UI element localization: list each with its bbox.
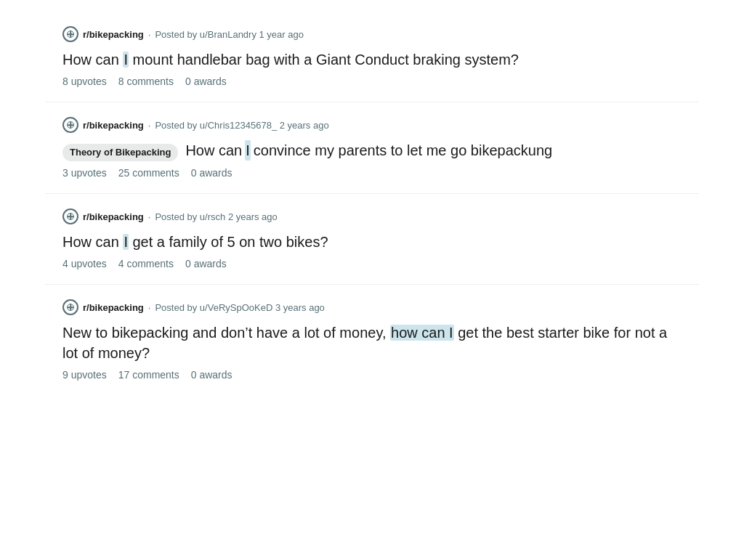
post-attribution: Posted by u/rsch 2 years ago [155, 211, 277, 222]
upvote-count: 4 upvotes [62, 258, 107, 269]
meta-separator: · [148, 120, 151, 131]
upvote-count: 3 upvotes [62, 167, 107, 179]
award-count: 0 awards [191, 369, 232, 381]
meta-separator: · [148, 302, 151, 313]
comment-count: 8 comments [118, 76, 174, 87]
meta-separator: · [148, 29, 151, 40]
subreddit-icon [62, 26, 78, 42]
post-stats: 8 upvotes8 comments0 awards [62, 76, 682, 87]
upvote-count: 8 upvotes [62, 76, 107, 87]
post-title[interactable]: How can I get a family of 5 on two bikes… [62, 232, 682, 252]
meta-separator: · [148, 211, 151, 222]
award-count: 0 awards [185, 76, 227, 87]
post-item[interactable]: r/bikepacking·Posted by u/Chris12345678_… [45, 102, 699, 194]
comment-count: 25 comments [118, 167, 179, 179]
award-count: 0 awards [191, 167, 232, 179]
post-title[interactable]: New to bikepacking and don’t have a lot … [62, 322, 682, 363]
post-list: r/bikepacking·Posted by u/BranLandry 1 y… [45, 12, 699, 395]
post-meta: r/bikepacking·Posted by u/rsch 2 years a… [62, 208, 682, 224]
post-attribution: Posted by u/VeRySpOoKeD 3 years ago [155, 302, 324, 313]
post-item[interactable]: r/bikepacking·Posted by u/VeRySpOoKeD 3 … [45, 285, 699, 395]
post-stats: 9 upvotes17 comments0 awards [62, 369, 682, 381]
comment-count: 17 comments [118, 369, 179, 381]
award-count: 0 awards [185, 258, 227, 269]
post-attribution: Posted by u/Chris12345678_ 2 years ago [155, 120, 328, 131]
subreddit-icon [62, 299, 78, 315]
comment-count: 4 comments [118, 258, 174, 269]
post-meta: r/bikepacking·Posted by u/BranLandry 1 y… [62, 26, 682, 42]
subreddit-icon [62, 117, 78, 133]
subreddit-icon [62, 208, 78, 224]
subreddit-name[interactable]: r/bikepacking [83, 211, 144, 222]
subreddit-name[interactable]: r/bikepacking [83, 29, 144, 40]
post-item[interactable]: r/bikepacking·Posted by u/rsch 2 years a… [45, 194, 699, 285]
post-item[interactable]: r/bikepacking·Posted by u/BranLandry 1 y… [45, 12, 699, 102]
highlighted-text: I [245, 140, 251, 161]
post-meta: r/bikepacking·Posted by u/Chris12345678_… [62, 117, 682, 133]
post-flair: Theory of Bikepacking [62, 144, 178, 161]
subreddit-name[interactable]: r/bikepacking [83, 120, 144, 131]
highlighted-text: I [123, 52, 129, 68]
post-attribution: Posted by u/BranLandry 1 year ago [155, 29, 304, 40]
subreddit-name[interactable]: r/bikepacking [83, 302, 144, 313]
post-stats: 3 upvotes25 comments0 awards [62, 167, 682, 179]
post-stats: 4 upvotes4 comments0 awards [62, 258, 682, 269]
highlighted-text: I [123, 234, 129, 250]
highlighted-text: how can I [390, 325, 454, 341]
post-title[interactable]: Theory of BikepackingHow can I convince … [62, 140, 682, 161]
upvote-count: 9 upvotes [62, 369, 107, 381]
post-meta: r/bikepacking·Posted by u/VeRySpOoKeD 3 … [62, 299, 682, 315]
post-title[interactable]: How can I mount handlebar bag with a Gia… [62, 49, 682, 70]
